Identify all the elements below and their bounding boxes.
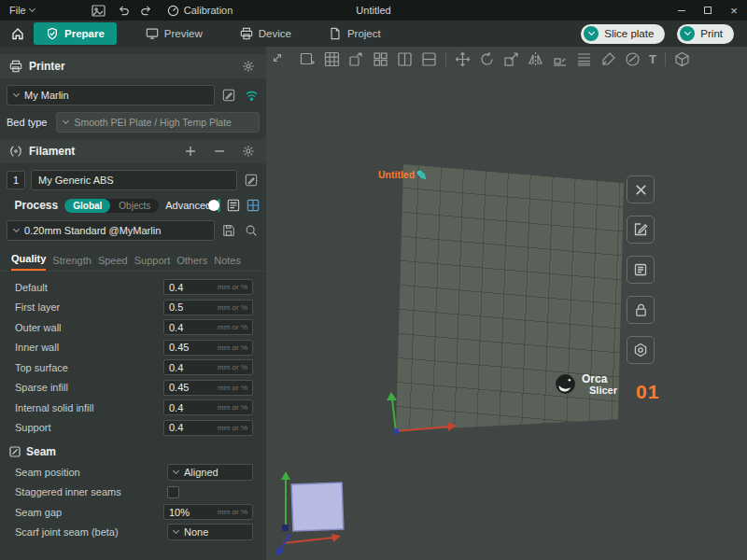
edit-plate-name-button[interactable]: [627, 216, 655, 244]
add-plate-button[interactable]: [300, 51, 316, 67]
calibration-menu[interactable]: Calibration: [160, 5, 241, 17]
minimize-button[interactable]: [669, 0, 695, 21]
slice-dropdown-button[interactable]: [584, 26, 599, 41]
redo-button[interactable]: [135, 0, 160, 21]
tab-prepare[interactable]: Prepare: [34, 22, 117, 45]
window-controls: ×: [669, 0, 747, 21]
undo-button[interactable]: [111, 0, 135, 21]
support-paint-button[interactable]: [600, 51, 616, 67]
setting-input[interactable]: 0.4 mm or %: [163, 420, 253, 436]
search-setting-button[interactable]: [243, 222, 260, 239]
setting-input[interactable]: 0.4 mm or %: [163, 279, 253, 295]
tab-project[interactable]: Project: [317, 22, 393, 45]
bed-type-value: Smooth PEI Plate / High Temp Plate: [74, 117, 231, 128]
setting-value: 0.4: [169, 402, 183, 413]
setting-label: Sparse infill: [15, 382, 68, 393]
hexagon-nut-icon: [633, 343, 648, 357]
move-tool-button[interactable]: [455, 51, 471, 67]
split-parts-button[interactable]: [421, 51, 437, 67]
parameter-table-button[interactable]: [247, 197, 260, 214]
rotate-tool-button[interactable]: [479, 51, 495, 67]
printer-settings-button[interactable]: [240, 58, 257, 75]
print-button[interactable]: Print: [677, 24, 734, 44]
process-tab-notes[interactable]: Notes: [214, 255, 241, 271]
plate-preview-thumbnail[interactable]: [272, 469, 360, 558]
edit-filament-preset-button[interactable]: [243, 172, 260, 189]
mirror-tool-button[interactable]: [528, 51, 543, 67]
setting-input[interactable]: 0.4 mm or %: [163, 319, 253, 335]
save-icon: [222, 224, 235, 237]
setting-input[interactable]: 0.45 mm or %: [163, 380, 253, 396]
gear-icon: [242, 60, 255, 73]
text-tool-icon: T: [649, 52, 656, 66]
seam-gap-input[interactable]: 10% mm or %: [163, 504, 253, 520]
scarf-seam-select[interactable]: None: [167, 524, 253, 540]
seam-paint-button[interactable]: [625, 51, 641, 67]
file-menu[interactable]: File: [0, 0, 44, 21]
save-preset-button[interactable]: [220, 222, 237, 239]
setting-input[interactable]: 0.5 mm or %: [163, 300, 253, 315]
compare-preset-button[interactable]: [227, 197, 240, 214]
seam-section-icon: [9, 446, 21, 457]
process-tab-support[interactable]: Support: [134, 255, 171, 271]
process-tab-others[interactable]: Others: [176, 255, 207, 271]
setting-label: First layer: [15, 301, 60, 313]
auto-orient-button[interactable]: [348, 51, 364, 67]
seam-position-select[interactable]: Aligned: [167, 464, 253, 481]
home-button[interactable]: [6, 22, 30, 45]
plate-settings-button[interactable]: [627, 256, 655, 284]
printer-connection-icon[interactable]: [243, 87, 260, 104]
filament-index-badge[interactable]: 1: [7, 171, 25, 189]
close-button[interactable]: ×: [721, 0, 747, 21]
line-width-settings: Default 0.4 mm or % First layer 0.5 mm o…: [0, 277, 266, 438]
process-tab-speed[interactable]: Speed: [98, 255, 128, 271]
screenshot-button[interactable]: [87, 0, 111, 21]
setting-row: First layer 0.5 mm or %: [0, 298, 266, 318]
slice-actions: Slice plate Print: [581, 24, 734, 44]
advanced-toggle[interactable]: [218, 199, 220, 212]
text-tool-button[interactable]: T: [649, 52, 656, 66]
filament-settings-button[interactable]: [240, 143, 257, 160]
process-preset-row: 0.20mm Standard @MyMarlin: [0, 220, 266, 241]
plate-name-label[interactable]: Untitled ✎: [378, 169, 428, 180]
scope-objects-segment[interactable]: Objects: [110, 199, 159, 213]
setting-input[interactable]: 0.45 mm or %: [163, 340, 253, 356]
process-tab-quality[interactable]: Quality: [11, 253, 46, 271]
split-objects-button[interactable]: [397, 51, 413, 67]
maximize-button[interactable]: [695, 0, 721, 21]
plate-grid-button[interactable]: [324, 51, 340, 67]
process-tab-strength[interactable]: Strength: [52, 255, 92, 271]
scope-global-segment[interactable]: Global: [64, 199, 110, 213]
arrange-button[interactable]: [373, 51, 388, 67]
printer-select[interactable]: My Marlin: [7, 85, 215, 105]
tab-preview[interactable]: Preview: [134, 22, 215, 45]
bed-type-select[interactable]: Smooth PEI Plate / High Temp Plate: [56, 112, 260, 133]
setting-input[interactable]: 0.4 mm or %: [163, 359, 253, 375]
viewport-3d[interactable]: T Untitled ✎: [266, 47, 747, 560]
plate-type-button[interactable]: [627, 336, 655, 364]
tab-device-label: Device: [259, 28, 291, 39]
process-preset-name: 0.20mm Standard @MyMarlin: [24, 225, 161, 236]
pencil-icon: [245, 174, 258, 187]
collapse-sidebar-button[interactable]: [271, 51, 284, 64]
minimize-icon: [678, 10, 685, 11]
setting-unit: mm or %: [218, 508, 247, 516]
remove-filament-button[interactable]: [211, 143, 228, 160]
variable-layer-height-button[interactable]: [576, 51, 592, 67]
staggered-seams-checkbox[interactable]: [167, 486, 179, 498]
process-preset-select[interactable]: 0.20mm Standard @MyMarlin: [7, 220, 215, 241]
chevron-down-icon: [63, 118, 69, 124]
assembly-view-button[interactable]: [674, 51, 690, 67]
tab-device[interactable]: Device: [228, 22, 303, 45]
add-filament-button[interactable]: [182, 143, 199, 160]
slice-plate-button[interactable]: Slice plate: [581, 24, 665, 44]
filament-select[interactable]: My Generic ABS: [31, 170, 237, 190]
scale-tool-button[interactable]: [503, 51, 519, 67]
delete-plate-button[interactable]: [627, 175, 655, 203]
print-dropdown-button[interactable]: [680, 26, 695, 41]
edit-printer-preset-button[interactable]: [220, 87, 237, 104]
lay-flat-button[interactable]: [552, 51, 568, 67]
lock-plate-button[interactable]: [627, 296, 655, 324]
seam-position-value: Aligned: [184, 467, 218, 478]
setting-input[interactable]: 0.4 mm or %: [163, 399, 253, 415]
